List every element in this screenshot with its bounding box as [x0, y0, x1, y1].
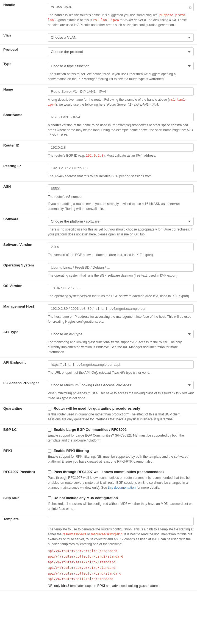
asn-help1: The router's AS number. — [48, 194, 194, 199]
rpki-checkbox[interactable] — [48, 449, 51, 453]
protocol-field: Choose the protocol — [45, 45, 197, 59]
api-endpoint-input[interactable] — [48, 360, 194, 369]
software-version-label: Software Version — [0, 240, 45, 260]
protocol-select[interactable]: Choose the protocol — [48, 47, 194, 56]
software-version-input[interactable] — [48, 243, 194, 251]
quarantine-row: Quarantine Router will be used for quara… — [0, 404, 197, 425]
os-label: Operating System — [0, 260, 45, 281]
quarantine-checkbox[interactable] — [48, 407, 51, 410]
lg-access-row: LG Access Privileges Choose Minimum Look… — [0, 378, 197, 404]
template-input[interactable] — [48, 517, 194, 525]
shortname-input[interactable] — [48, 113, 194, 121]
handle-input-wrapper: ⧉ — [48, 3, 194, 11]
os-version-help: The operating system version that runs t… — [48, 294, 194, 299]
api-type-select[interactable]: Choose an API type — [48, 330, 194, 338]
asn-input[interactable] — [48, 184, 194, 193]
router-id-input[interactable] — [48, 143, 194, 152]
os-version-input[interactable] — [48, 284, 194, 292]
type-help: The function of this router. We define t… — [48, 72, 194, 81]
os-field: The operating system that runs the BGP s… — [45, 260, 197, 281]
skip-md5-help: If checked, all sessions will be configu… — [48, 501, 194, 511]
api-endpoint-help: The URL endpoint of the API. Only releva… — [48, 370, 194, 375]
os-input[interactable] — [48, 263, 194, 272]
software-version-field: The version of the BGP software daemon (… — [45, 240, 197, 260]
api-endpoint-field: The URL endpoint of the API. Only releva… — [45, 358, 197, 378]
template-link-4: api/v4/router/server/bird/standard — [48, 565, 194, 570]
bgp-lc-checkbox[interactable] — [48, 428, 51, 432]
rfc1997-row: RFC1997 Passthru Pass through RFC1997 we… — [0, 467, 197, 493]
quarantine-field: Router will be used for quarantine proce… — [45, 404, 197, 425]
software-version-help: The version of the BGP software daemon (… — [48, 252, 194, 257]
shortname-field: A shorter version of the name to be used… — [45, 110, 197, 140]
peering-ip-help: The IPv4/6 address that this router init… — [48, 174, 194, 179]
template-field: The template to use to generate the rout… — [45, 514, 197, 591]
type-label: Type — [0, 59, 45, 85]
vlan-select[interactable]: Choose a VLAN — [48, 33, 194, 42]
help-code-rs1: rs1-lan1-ipv4 — [93, 18, 119, 22]
router-id-label: Router ID — [0, 140, 45, 161]
api-type-row: API Type Choose an API type For monitori… — [0, 327, 197, 358]
rfc1997-checkbox[interactable] — [48, 470, 51, 474]
lg-access-label: LG Access Privileges — [0, 378, 45, 404]
rfc1997-checkbox-label: Pass through RFC1997 well-known communit… — [54, 470, 164, 474]
mgmt-host-label: Management Host — [0, 302, 45, 327]
template-note: NB: only bird2 templates support RPKI an… — [48, 584, 194, 588]
api-endpoint-row: API Endpoint The URL endpoint of the API… — [0, 358, 197, 378]
template-row: Template The template to use to generate… — [0, 514, 197, 591]
type-row: Type Choose a type / function The functi… — [0, 59, 197, 85]
lg-access-select[interactable]: Choose Minimum Looking Glass Access Priv… — [48, 381, 194, 389]
skip-md5-field: Do not include any MD5 configuration If … — [45, 493, 197, 514]
copy-icon: ⧉ — [189, 5, 192, 9]
api-type-field: Choose an API type For monitoring and lo… — [45, 327, 197, 358]
vlan-row: Vlan Choose a VLAN — [0, 30, 197, 45]
shortname-label: ShortName — [0, 110, 45, 140]
peering-ip-field: The IPv4/6 address that this router init… — [45, 161, 197, 182]
template-link-3: api/v4/router/as112/bird2/standard — [48, 559, 194, 565]
lg-access-help: What (minimum) privileges must a user ha… — [48, 391, 194, 401]
peering-ip-input[interactable] — [48, 164, 194, 172]
shortname-help: A shorter version of the name to be used… — [48, 123, 194, 137]
name-input[interactable] — [48, 87, 194, 96]
software-select[interactable]: Choose the platform / software — [48, 217, 194, 226]
skip-md5-checkbox[interactable] — [48, 496, 51, 500]
rfc1997-doc-link[interactable]: this documentation — [108, 486, 136, 490]
rpki-help: Enable support for RPKI filtering. NB: m… — [48, 454, 194, 464]
peering-ip-row: Peering IP The IPv4/6 address that this … — [0, 161, 197, 182]
handle-label: Handle — [0, 0, 45, 30]
mgmt-host-field: The hostname or IP address for accessing… — [45, 302, 197, 327]
type-select[interactable]: Choose a type / function — [48, 62, 194, 70]
protocol-row: Protocol Choose the protocol — [0, 45, 197, 59]
mgmt-host-input[interactable] — [48, 304, 194, 313]
template-link-skins[interactable]: resources/skins/$skin — [91, 532, 123, 536]
software-label: Software — [0, 214, 45, 240]
handle-field: ⧉ The handle is like the router's name. … — [45, 0, 197, 30]
skip-md5-label: Skip MD5 — [0, 493, 45, 514]
template-link-views[interactable]: resources/views — [62, 532, 86, 536]
rfc1997-field: Pass through RFC1997 well-known communit… — [45, 467, 197, 493]
bgp-lc-label: BGP LC — [0, 425, 45, 446]
shortname-row: ShortName A shorter version of the name … — [0, 110, 197, 140]
rpki-label: RPKI — [0, 446, 45, 467]
quarantine-checkbox-row: Router will be used for quarantine proce… — [48, 406, 194, 410]
type-field: Choose a type / function The function of… — [45, 59, 197, 85]
protocol-label: Protocol — [0, 45, 45, 59]
bgp-lc-field: Enable Large BGP Communities / RFC8092 E… — [45, 425, 197, 446]
asn-row: ASN The router's AS number. If you are a… — [0, 182, 197, 214]
rpki-field: Enable RPKI filtering Enable support for… — [45, 446, 197, 467]
handle-help: The handle is like the router's name. It… — [48, 13, 194, 27]
software-help: There is no specific use for this as yet… — [48, 227, 194, 237]
api-type-label: API Type — [0, 327, 45, 358]
name-label: Name — [0, 85, 45, 110]
rfc1997-checkbox-row: Pass through RFC1997 well-known communit… — [48, 470, 194, 474]
mgmt-host-row: Management Host The hostname or IP addre… — [0, 302, 197, 327]
software-field: Choose the platform / software There is … — [45, 214, 197, 240]
mgmt-host-help: The hostname or IP address for accessing… — [48, 314, 194, 324]
asn-field: The router's AS number. If you are addin… — [45, 182, 197, 214]
handle-input[interactable] — [48, 3, 194, 11]
os-version-row: OS Version The operating system version … — [0, 281, 197, 302]
software-version-row: Software Version The version of the BGP … — [0, 240, 197, 260]
router-id-help-code: 192.0.2.8 — [86, 154, 104, 158]
template-link-1: api/v4/router/server/bird2/standard — [48, 548, 194, 554]
template-link-2: api/v4/router/collector/bird2/standard — [48, 554, 194, 559]
template-links-list: api/v4/router/server/bird2/standard api/… — [48, 548, 194, 582]
